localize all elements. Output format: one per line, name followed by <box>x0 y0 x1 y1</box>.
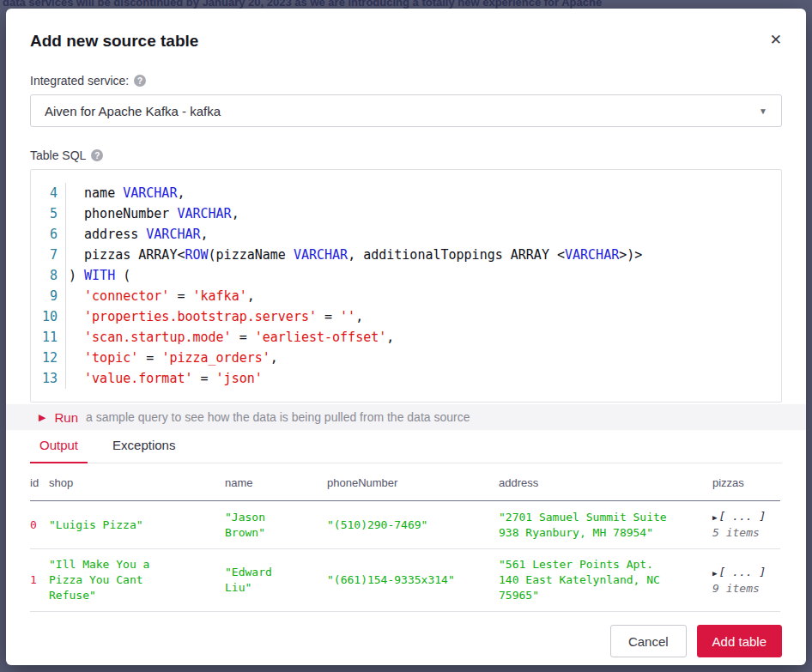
cell-id: 1 <box>30 549 49 612</box>
table-sql-label-row: Table SQL ? <box>30 148 782 162</box>
code-line: 12 'topic' = 'pizza_orders', <box>31 348 781 368</box>
integrated-service-label: Integrated service: <box>30 74 129 88</box>
cancel-button[interactable]: Cancel <box>610 625 687 657</box>
cell-phone-number: "(661)154-9335x314" <box>327 549 499 612</box>
code-line-text: name VARCHAR, <box>66 183 185 203</box>
pizzas-item-count: 9 items <box>712 581 780 596</box>
column-header-id: id <box>30 463 49 501</box>
code-line-text: phoneNumber VARCHAR, <box>66 203 239 224</box>
help-icon[interactable]: ? <box>91 149 103 161</box>
code-line: 6 address VARCHAR, <box>31 224 781 245</box>
code-line: 13 'value.format' = 'json' <box>31 368 781 389</box>
line-number: 7 <box>31 245 66 265</box>
tab-output[interactable]: Output <box>30 438 88 463</box>
cell-shop: "Luigis Pizza" <box>49 501 225 549</box>
code-line-text: ) WITH ( <box>66 265 130 286</box>
column-header-pizzas: pizzas <box>712 463 780 501</box>
background-banner-text: data services will be discontinued by Ja… <box>3 0 602 9</box>
line-number: 12 <box>31 348 66 368</box>
line-number: 4 <box>31 183 66 203</box>
cell-pizzas: ▶[ ... ]9 items <box>712 549 780 612</box>
modal-footer: Cancel Add table <box>30 625 782 657</box>
play-icon: ▶ <box>39 412 45 423</box>
line-number: 5 <box>31 203 66 224</box>
line-number: 11 <box>31 327 66 348</box>
column-header-phoneNumber: phoneNumber <box>327 463 499 501</box>
cell-pizzas: ▶[ ... ]5 items <box>712 501 780 549</box>
cell-phone-number: "(510)290-7469" <box>327 501 499 549</box>
integrated-service-selected-value: Aiven for Apache Kafka - kafka <box>45 104 221 118</box>
pizzas-preview-row: ▶[ ... ] <box>712 565 780 581</box>
code-line: 8) WITH ( <box>31 265 781 286</box>
pizzas-preview: [ ... ] <box>718 566 766 578</box>
line-number: 8 <box>31 265 66 286</box>
code-line: 10 'properties.bootstrap.servers' = '', <box>31 306 781 327</box>
code-line-text: pizzas ARRAY<ROW(pizzaName VARCHAR, addi… <box>66 245 642 265</box>
cell-address: "2701 Samuel Summit Suite 938 Ryanbury, … <box>499 501 712 549</box>
code-line-text: address VARCHAR, <box>66 224 209 245</box>
output-table: idshopnamephoneNumberaddresspizzas 0"Lui… <box>30 463 780 612</box>
code-line-text: 'connector' = 'kafka', <box>66 286 255 306</box>
add-source-table-modal: Add new source table ✕ Integrated servic… <box>6 9 806 665</box>
run-description: a sample query to see how the data is be… <box>86 410 470 424</box>
code-line-text: 'scan.startup.mode' = 'earliest-offset', <box>66 327 394 348</box>
run-query-bar[interactable]: ▶ Run a sample query to see how the data… <box>6 404 806 430</box>
cell-shop: "Ill Make You a Pizza You Cant Refuse" <box>49 549 225 612</box>
expand-pizzas-icon[interactable]: ▶ <box>712 513 717 522</box>
pizzas-item-count: 5 items <box>712 525 780 541</box>
add-table-button[interactable]: Add table <box>697 625 782 657</box>
table-sql-label: Table SQL <box>30 148 86 162</box>
run-button-label[interactable]: Run <box>54 410 78 425</box>
pizzas-preview-row: ▶[ ... ] <box>712 509 780 525</box>
line-number: 10 <box>31 306 66 327</box>
code-line: 11 'scan.startup.mode' = 'earliest-offse… <box>31 327 781 348</box>
cell-id: 0 <box>30 501 49 549</box>
table-row: 0"Luigis Pizza""Jason Brown""(510)290-74… <box>30 501 780 549</box>
code-line-text: 'properties.bootstrap.servers' = '', <box>66 306 363 327</box>
tab-exceptions[interactable]: Exceptions <box>103 438 185 463</box>
integrated-service-label-row: Integrated service: ? <box>30 74 782 88</box>
table-row: 1"Ill Make You a Pizza You Cant Refuse""… <box>30 549 780 612</box>
sql-editor[interactable]: 4 name VARCHAR,5 phoneNumber VARCHAR,6 a… <box>30 169 782 403</box>
code-line: 7 pizzas ARRAY<ROW(pizzaName VARCHAR, ad… <box>31 245 781 265</box>
modal-header: Add new source table ✕ <box>30 9 782 52</box>
code-line: 9 'connector' = 'kafka', <box>31 286 781 306</box>
line-number: 9 <box>31 286 66 306</box>
pizzas-preview: [ ... ] <box>718 510 766 523</box>
help-icon[interactable]: ? <box>134 75 146 87</box>
column-header-name: name <box>225 463 327 501</box>
line-number: 6 <box>31 224 66 245</box>
expand-pizzas-icon[interactable]: ▶ <box>712 569 717 578</box>
column-header-shop: shop <box>49 463 225 501</box>
column-header-address: address <box>499 463 712 501</box>
result-tabs: OutputExceptions <box>30 430 782 463</box>
cell-name: "Edward Liu" <box>225 549 327 612</box>
code-line-text: 'topic' = 'pizza_orders', <box>66 348 278 368</box>
output-table-header-row: idshopnamephoneNumberaddresspizzas <box>30 463 780 501</box>
chevron-down-icon: ▼ <box>759 106 767 116</box>
integrated-service-select[interactable]: Aiven for Apache Kafka - kafka ▼ <box>30 94 782 127</box>
code-line: 4 name VARCHAR, <box>31 183 781 203</box>
cell-address: "561 Lester Points Apt. 140 East Katelyn… <box>499 549 712 612</box>
code-line-text: 'value.format' = 'json' <box>66 368 263 389</box>
close-icon[interactable]: ✕ <box>770 33 782 47</box>
cell-name: "Jason Brown" <box>225 501 327 549</box>
code-line: 5 phoneNumber VARCHAR, <box>31 203 781 224</box>
line-number: 13 <box>31 368 66 389</box>
background-banner: data services will be discontinued by Ja… <box>0 0 812 9</box>
modal-title: Add new source table <box>30 30 198 52</box>
